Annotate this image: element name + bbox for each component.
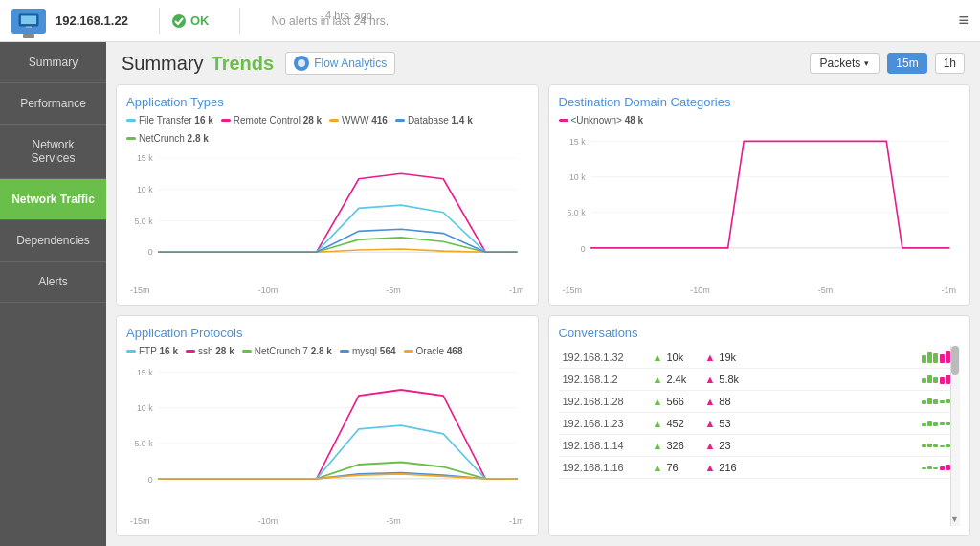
mini-bars-in (922, 352, 938, 363)
up-arrow-icon: ▲ (704, 396, 715, 407)
svg-text:10 k: 10 k (137, 403, 153, 414)
legend-dot (329, 119, 339, 122)
conv-row: 192.168.1.28 ▲ 566 ▲ 88 (559, 391, 961, 413)
up-arrow-icon: ▲ (704, 462, 715, 473)
app-protocols-svg: 15 k 10 k 5.0 k 0 (126, 360, 528, 514)
menu-icon[interactable]: ≡ (958, 11, 969, 31)
dest-domain-axis: -15m -10m -5m -1m (559, 285, 961, 295)
legend-dot (395, 119, 405, 122)
divider2 (239, 8, 240, 34)
svg-text:0: 0 (148, 474, 153, 485)
svg-text:10 k: 10 k (568, 172, 585, 183)
legend-database: Database 1.4 k (395, 115, 473, 125)
page-title-summary: Summary (122, 53, 204, 75)
scroll-down-icon[interactable]: ▼ (950, 514, 959, 524)
sidebar-item-performance[interactable]: Performance (0, 83, 106, 125)
conv-row: 192.168.1.16 ▲ 76 ▲ 216 (559, 457, 961, 479)
flow-icon (294, 56, 309, 71)
down-arrow-icon: ▲ (653, 352, 663, 363)
svg-text:5.0 k: 5.0 k (567, 208, 585, 218)
app-protocols-svg-wrap: 15 k 10 k 5.0 k 0 (126, 360, 528, 514)
main-layout: Summary Performance Network Services Net… (0, 42, 980, 546)
chevron-down-icon: ▾ (864, 58, 869, 68)
down-arrow-icon: ▲ (653, 396, 663, 407)
app-types-chart: Application Types File Transfer 16 k Rem… (116, 84, 539, 306)
sidebar-item-network-services[interactable]: Network Services (0, 125, 106, 179)
sidebar-item-summary[interactable]: Summary (0, 42, 106, 83)
down-arrow-icon: ▲ (653, 440, 663, 451)
conv-row: 192.168.1.23 ▲ 452 ▲ 53 (559, 413, 961, 435)
flow-analytics-button[interactable]: Flow Analytics (285, 52, 395, 75)
svg-text:5.0 k: 5.0 k (134, 439, 152, 449)
right-controls: Packets ▾ 15m 1h (810, 53, 965, 74)
mini-bars-in (922, 398, 938, 404)
scrollbar-thumb[interactable] (951, 346, 959, 375)
sidebar-item-dependencies[interactable]: Dependencies (0, 220, 106, 262)
legend-netcrunch7: NetCrunch 7 2.8 k (242, 346, 332, 356)
time-ago: 4 hrs. ago (325, 10, 372, 21)
sidebar: Summary Performance Network Services Net… (0, 42, 106, 546)
hostname: 192.168.1.22 (56, 13, 128, 28)
legend-dot (126, 119, 136, 122)
dest-domain-chart: Destination Domain Categories <Unknown> … (548, 84, 971, 306)
content-area: Summary Trends Flow Analytics Packets ▾ … (106, 42, 980, 546)
legend-ftp: FTP 16 k (126, 346, 178, 356)
down-arrow-icon: ▲ (653, 462, 663, 473)
legend-dot (404, 350, 413, 353)
conversations-title: Conversations (559, 326, 961, 340)
legend-dot (340, 350, 349, 353)
svg-point-3 (172, 14, 186, 28)
content-header: Summary Trends Flow Analytics Packets ▾ … (106, 42, 980, 84)
down-arrow-icon: ▲ (653, 418, 663, 429)
app-types-title: Application Types (126, 95, 528, 109)
app-types-legend: File Transfer 16 k Remote Control 28 k W… (126, 115, 528, 144)
up-arrow-icon: ▲ (704, 440, 715, 451)
up-arrow-icon: ▲ (704, 418, 715, 429)
conversations-card: Conversations 192.168.1.32 ▲ 10k ▲ 19k (548, 315, 971, 536)
mini-bars-in (922, 375, 938, 383)
legend-remote-control: Remote Control 28 k (221, 115, 322, 125)
conv-row: 192.168.1.2 ▲ 2.4k ▲ 5.8k (559, 369, 961, 391)
dest-domain-title: Destination Domain Categories (559, 95, 961, 109)
svg-text:5.0 k: 5.0 k (134, 216, 153, 226)
svg-rect-2 (26, 26, 32, 28)
charts-grid: Application Types File Transfer 16 k Rem… (106, 84, 980, 546)
app-protocols-title: Application Protocols (126, 326, 528, 340)
svg-text:15 k: 15 k (137, 368, 153, 378)
svg-text:15 k: 15 k (137, 153, 153, 163)
legend-www: WWW 416 (329, 115, 388, 125)
up-arrow-icon: ▲ (704, 374, 715, 385)
legend-mysql: mysql 564 (340, 346, 396, 356)
dest-domain-svg-wrap: 15 k 10 k 5.0 k 0 (559, 129, 961, 284)
time-15m-button[interactable]: 15m (887, 53, 926, 74)
sidebar-item-network-traffic[interactable]: Network Traffic (0, 179, 106, 220)
app-types-axis: -15m -10m -5m -1m (126, 285, 528, 295)
page-title-trends: Trends (212, 53, 275, 75)
down-arrow-icon: ▲ (653, 374, 663, 385)
legend-dot (126, 350, 136, 353)
legend-netcrunch: NetCrunch 2.8 k (126, 133, 209, 144)
device-icon (11, 9, 46, 34)
svg-rect-1 (21, 15, 36, 24)
topbar: 192.168.1.22 OK No alerts in last 24 hrs… (0, 0, 980, 42)
svg-point-4 (298, 59, 305, 67)
time-1h-button[interactable]: 1h (935, 53, 965, 74)
sidebar-item-alerts[interactable]: Alerts (0, 262, 106, 303)
divider (159, 8, 160, 34)
app-protocols-chart: Application Protocols FTP 16 k ssh 28 k … (116, 315, 539, 536)
svg-text:0: 0 (580, 243, 585, 254)
dest-domain-svg: 15 k 10 k 5.0 k 0 (559, 129, 961, 284)
legend-dot (242, 350, 252, 353)
svg-text:10 k: 10 k (137, 185, 153, 194)
mini-bars-in (922, 421, 938, 426)
scrollbar[interactable]: ▼ (950, 346, 960, 526)
legend-file-transfer: File Transfer 16 k (126, 115, 213, 125)
packets-dropdown[interactable]: Packets ▾ (810, 53, 880, 74)
legend-ssh: ssh 28 k (186, 346, 234, 356)
mini-bars-in (922, 444, 938, 447)
legend-dot (126, 137, 136, 140)
up-arrow-icon: ▲ (704, 352, 715, 363)
legend-dot (221, 119, 231, 122)
app-protocols-legend: FTP 16 k ssh 28 k NetCrunch 7 2.8 k mysq… (126, 346, 528, 356)
legend-unknown: <Unknown> 48 k (559, 115, 644, 125)
